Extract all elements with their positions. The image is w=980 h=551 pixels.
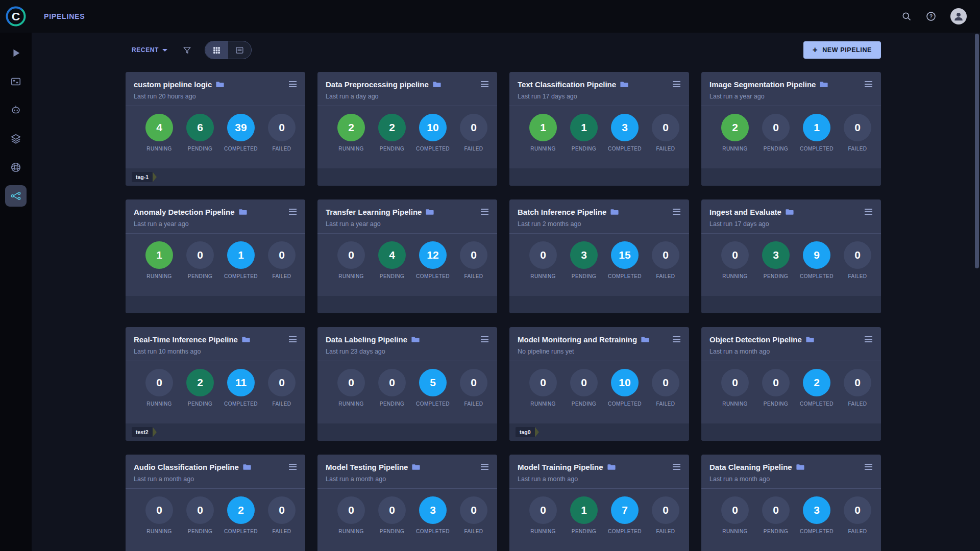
pipeline-card[interactable]: Transfer Learning Pipeline Last run a ye…: [317, 199, 497, 313]
pipeline-card[interactable]: Model Monitoring and Retraining No pipel…: [509, 327, 689, 441]
pipeline-card[interactable]: Model Training Pipeline Last run a month…: [509, 455, 689, 551]
pipeline-title: Model Training Pipeline: [518, 463, 603, 471]
pipeline-card-footer: [317, 423, 497, 441]
sidebar-item-pipelines[interactable]: [0, 182, 32, 210]
card-menu-button[interactable]: [864, 335, 873, 344]
pipeline-card-footer: [317, 296, 497, 313]
card-menu-button[interactable]: [480, 335, 489, 344]
pipeline-title: Data Cleaning Pipeline: [709, 463, 792, 471]
stat-running: 0 RUNNING: [523, 496, 564, 534]
stat-failed: 0 FAILED: [837, 241, 878, 279]
stat-label: COMPLETED: [220, 401, 261, 407]
user-avatar-icon[interactable]: [950, 8, 967, 24]
stat-label: PENDING: [755, 146, 796, 152]
sidebar-item-workers[interactable]: [0, 96, 32, 124]
stat-label: PENDING: [180, 401, 220, 407]
filter-button[interactable]: [183, 46, 191, 55]
scrollbar-thumb[interactable]: [975, 34, 979, 268]
pipeline-card[interactable]: Batch Inference Pipeline Last run 2 mont…: [509, 199, 689, 313]
stat-failed: 0 FAILED: [261, 114, 302, 152]
pipeline-title: Batch Inference Pipeline: [518, 208, 606, 216]
stat-failed: 0 FAILED: [261, 496, 302, 534]
card-menu-button[interactable]: [672, 335, 681, 344]
stat-label: FAILED: [261, 273, 302, 279]
pipeline-card[interactable]: Ingest and Evaluate Last run 17 days ago…: [701, 199, 881, 313]
stat-circle: 0: [762, 369, 790, 396]
stat-running: 0 RUNNING: [523, 241, 564, 279]
app-logo[interactable]: C: [0, 6, 32, 27]
stat-circle: 0: [762, 114, 790, 141]
pipeline-card-header: Anomaly Detection Pipeline Last run a ye…: [126, 199, 305, 234]
stat-completed: 15 COMPLETED: [604, 241, 645, 279]
pipeline-card[interactable]: custom pipeline logic Last run 20 hours …: [126, 72, 305, 186]
card-menu-button[interactable]: [864, 207, 873, 216]
card-menu-button[interactable]: [672, 80, 681, 89]
card-menu-button[interactable]: [480, 462, 489, 471]
sidebar-item-models[interactable]: [0, 153, 32, 182]
pipeline-card[interactable]: Data Cleaning Pipeline Last run a month …: [701, 455, 881, 551]
stat-circle: 0: [186, 496, 214, 524]
pipeline-card[interactable]: Audio Classification Pipeline Last run a…: [126, 455, 305, 551]
stat-label: COMPLETED: [796, 273, 837, 279]
stat-circle: 0: [268, 369, 296, 396]
stat-label: RUNNING: [331, 529, 372, 534]
pipeline-last-run: Last run 2 months ago: [518, 220, 681, 233]
card-menu-button[interactable]: [480, 80, 489, 89]
folder-icon: [786, 208, 794, 215]
pipeline-stats: 0 RUNNING 0 PENDING 10 COMPLETED 0 FAILE…: [509, 369, 689, 407]
sidebar-item-experiments[interactable]: [0, 67, 32, 96]
help-icon[interactable]: ?: [926, 11, 936, 21]
sort-dropdown[interactable]: RECENT: [132, 46, 167, 54]
card-menu-button[interactable]: [480, 207, 489, 216]
sidebar: [0, 33, 32, 551]
search-icon[interactable]: [901, 11, 912, 21]
card-menu-button[interactable]: [864, 80, 873, 89]
pipeline-card-header: Object Detection Pipeline Last run a mon…: [701, 327, 881, 361]
sphere-icon: [10, 162, 21, 173]
stat-label: COMPLETED: [220, 273, 261, 279]
layers-icon: [10, 133, 21, 144]
pipeline-card[interactable]: Data Preprocessing pipeline Last run a d…: [317, 72, 497, 186]
stat-label: FAILED: [261, 529, 302, 534]
stat-circle: 7: [611, 496, 639, 524]
card-menu-button[interactable]: [672, 207, 681, 216]
pipeline-card[interactable]: Anomaly Detection Pipeline Last run a ye…: [126, 199, 305, 313]
stat-pending: 3 PENDING: [564, 241, 604, 279]
sidebar-item-datasets[interactable]: [0, 124, 32, 153]
pipeline-card[interactable]: Object Detection Pipeline Last run a mon…: [701, 327, 881, 441]
card-menu-button[interactable]: [864, 462, 873, 471]
play-icon: [10, 47, 21, 59]
sidebar-item-projects[interactable]: [0, 39, 32, 67]
stat-circle: 0: [268, 241, 296, 269]
stat-circle: 2: [721, 114, 749, 141]
pipeline-card[interactable]: Real-Time Inference Pipeline Last run 10…: [126, 327, 305, 441]
new-pipeline-button[interactable]: + NEW PIPELINE: [803, 41, 881, 59]
pipeline-card[interactable]: Image Segmentation Pipeline Last run a y…: [701, 72, 881, 186]
stat-completed: 3 COMPLETED: [796, 496, 837, 534]
grid-view-icon: [212, 46, 221, 55]
stat-pending: 6 PENDING: [180, 114, 220, 152]
stat-failed: 0 FAILED: [837, 496, 878, 534]
stat-circle: 5: [419, 369, 447, 396]
pipeline-card[interactable]: Text Classification Pipeline Last run 17…: [509, 72, 689, 186]
pipeline-title: Object Detection Pipeline: [709, 335, 802, 344]
stat-label: COMPLETED: [604, 273, 645, 279]
folder-icon: [607, 463, 616, 470]
pipeline-last-run: Last run 20 hours ago: [134, 93, 297, 106]
stat-circle: 0: [652, 496, 679, 524]
stat-label: FAILED: [645, 146, 686, 152]
pipeline-card[interactable]: Model Testing Pipeline Last run a month …: [317, 455, 497, 551]
card-menu-button[interactable]: [288, 80, 297, 89]
card-menu-button[interactable]: [288, 462, 297, 471]
pipeline-card[interactable]: Data Labeling Pipeline Last run 23 days …: [317, 327, 497, 441]
card-menu-button[interactable]: [288, 335, 297, 344]
pipeline-card-header: Image Segmentation Pipeline Last run a y…: [701, 72, 881, 106]
list-view-button[interactable]: [228, 41, 251, 59]
folder-icon: [216, 81, 224, 88]
stat-label: PENDING: [755, 529, 796, 534]
stat-pending: 4 PENDING: [372, 241, 412, 279]
grid-view-button[interactable]: [205, 41, 228, 59]
stat-label: PENDING: [564, 273, 604, 279]
card-menu-button[interactable]: [288, 207, 297, 216]
card-menu-button[interactable]: [672, 462, 681, 471]
